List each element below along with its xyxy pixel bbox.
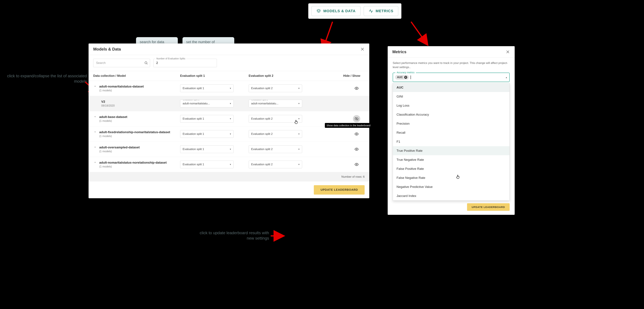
metric-option[interactable]: AUC xyxy=(393,83,510,92)
metric-option[interactable]: Negative Predictive Value xyxy=(393,182,510,191)
chip-label: AUC xyxy=(397,76,403,79)
metrics-update-bar: UPDATE LEADERBOARD xyxy=(388,201,515,215)
select-value: Evaluation split 2 xyxy=(251,117,273,120)
metric-option[interactable]: Recall xyxy=(393,128,510,137)
select-value: Evaluation split 1 xyxy=(183,148,204,151)
metrics-top-button[interactable]: METRICS xyxy=(364,6,398,16)
search-input[interactable] xyxy=(93,59,150,67)
metric-option[interactable]: True Positive Rate xyxy=(393,146,510,155)
svg-point-8 xyxy=(356,134,357,135)
evaluation-split-select[interactable]: Evaluation split 1 ▼ xyxy=(180,145,234,153)
metric-option[interactable]: GINI xyxy=(393,92,510,101)
metrics-update-button[interactable]: UPDATE LEADERBOARD xyxy=(467,203,510,211)
evaluation-split-select[interactable]: Evaluation split 2 ▼ xyxy=(249,130,302,138)
evaluation-split-select[interactable]: Evaluation split 1 ▼ xyxy=(180,130,234,138)
col-name: Data collection / Model xyxy=(93,74,180,78)
evaluation-split-select[interactable]: Evaluation split 1 adult-nomaritalstatu.… xyxy=(180,100,234,107)
expand-toggle-icon[interactable]: ˅ xyxy=(93,161,97,165)
close-icon[interactable] xyxy=(506,50,510,54)
models-data-title: Models & Data xyxy=(93,47,121,52)
evaluation-split-select[interactable]: Evaluation split 2 adult-nomaritalstatu.… xyxy=(249,100,302,107)
expand-toggle-icon[interactable]: ˅ xyxy=(93,146,97,150)
chevron-down-icon: ▼ xyxy=(298,148,300,150)
tooltip-show-collection: Show data collection in the leaderboard xyxy=(325,123,372,128)
models-data-top-label: MODELS & DATA xyxy=(323,9,356,13)
svg-point-10 xyxy=(356,164,357,165)
select-value: Evaluation split 1 xyxy=(183,87,204,90)
model-name: V2 xyxy=(101,100,115,104)
chevron-down-icon: ▼ xyxy=(230,133,232,135)
metric-option[interactable]: False Negative Rate xyxy=(393,173,510,182)
collection-sub: (1 models) xyxy=(99,165,166,168)
collection-sub: (1 models) xyxy=(99,135,170,138)
expand-toggle-icon[interactable]: ˅ xyxy=(93,131,97,135)
table-footer: Number of rows: 6 xyxy=(88,172,369,181)
search-field-wrap xyxy=(93,59,150,67)
col-split1: Evaluation split 1 xyxy=(180,74,249,78)
expand-toggle-icon[interactable]: ˄ xyxy=(93,85,97,89)
metric-option[interactable]: True Negative Rate xyxy=(393,155,510,164)
metric-option[interactable]: Jaccard Index xyxy=(393,191,510,200)
annotation-expand-collapse: click to expand/collapse the list of ass… xyxy=(3,73,87,84)
evaluation-split-select[interactable]: Evaluation split 2 ▼ xyxy=(249,145,302,153)
collection-sub: (1 models) xyxy=(99,150,140,153)
metric-option[interactable]: False Positive Rate xyxy=(393,164,510,173)
chevron-down-icon: ▼ xyxy=(298,133,300,135)
evaluation-split-select[interactable]: Evaluation split 1 ▼ xyxy=(180,115,234,123)
table-row: ˅ adult-oversampled-dataset (1 models) E… xyxy=(88,142,369,157)
chevron-down-icon: ▼ xyxy=(230,163,232,166)
select-value: Evaluation split 2 xyxy=(251,148,273,151)
select-float-label: Evaluation split 1 xyxy=(182,100,200,101)
metrics-dropdown: AUCGINILog LossClassification AccuracyPr… xyxy=(393,83,510,201)
metric-option[interactable]: Classification Accuracy xyxy=(393,110,510,119)
accuracy-metrics-select[interactable]: Accuracy metrics AUC ✕ ▴ xyxy=(393,73,510,82)
evaluation-split-select[interactable]: Evaluation split 2 ▼ xyxy=(249,161,302,168)
chevron-down-icon: ▼ xyxy=(298,118,300,120)
chevron-down-icon: ▼ xyxy=(230,102,232,105)
top-button-bar: MODELS & DATA METRICS xyxy=(308,3,401,19)
select-value: Evaluation split 1 xyxy=(183,163,204,166)
col-hide-show: Hide / Show xyxy=(317,74,364,78)
num-splits-input[interactable] xyxy=(154,59,217,67)
select-value: Evaluation split 2 xyxy=(251,132,273,136)
col-split2: Evaluation split 2 xyxy=(249,74,317,78)
text-cursor xyxy=(410,76,411,79)
table-row: ˅ adult-fixedrelationship-nomaritalstatu… xyxy=(88,127,369,142)
metric-option[interactable]: F1 xyxy=(393,137,510,146)
search-icon xyxy=(144,61,148,65)
metric-option[interactable]: Log Loss xyxy=(393,101,510,110)
close-icon[interactable] xyxy=(360,47,364,51)
evaluation-split-select[interactable]: Evaluation split 2 ▼ xyxy=(249,115,302,123)
models-data-top-button[interactable]: MODELS & DATA xyxy=(311,6,360,16)
metrics-description: Select performance metrics you want to t… xyxy=(388,58,515,72)
visibility-hide-icon[interactable] xyxy=(353,115,360,122)
svg-marker-0 xyxy=(317,9,320,11)
pulse-icon xyxy=(368,9,373,13)
select-value: Evaluation split 1 xyxy=(183,117,204,120)
metric-option[interactable]: Precision xyxy=(393,119,510,128)
metrics-header: Metrics xyxy=(388,46,515,58)
expand-toggle-icon[interactable]: ˅ xyxy=(93,116,97,120)
evaluation-split-select[interactable]: Evaluation split 1 ▼ xyxy=(180,85,234,92)
num-splits-wrap: Number of Evaluation Splits xyxy=(154,59,217,67)
visibility-show-icon[interactable] xyxy=(353,146,360,153)
update-leaderboard-button[interactable]: UPDATE LEADERBOARD xyxy=(314,185,364,195)
visibility-show-icon[interactable] xyxy=(353,85,360,92)
models-data-header: Models & Data xyxy=(88,44,369,55)
visibility-show-icon[interactable] xyxy=(353,130,360,138)
chevron-up-icon: ▴ xyxy=(506,76,507,79)
chevron-down-icon: ▼ xyxy=(298,87,300,90)
evaluation-split-select[interactable]: Evaluation split 1 ▼ xyxy=(180,161,234,168)
models-data-panel: Models & Data Number of Evaluation Split… xyxy=(88,44,369,198)
num-splits-label: Number of Evaluation Splits xyxy=(156,57,186,60)
chip-remove-icon[interactable]: ✕ xyxy=(404,76,407,79)
metrics-panel: Metrics Select performance metrics you w… xyxy=(388,46,515,215)
chevron-down-icon: ▼ xyxy=(298,163,300,166)
svg-point-3 xyxy=(145,62,147,64)
model-date: 08/18/2020 xyxy=(101,104,115,107)
layers-icon xyxy=(316,9,321,13)
row-count: Number of rows: 6 xyxy=(342,175,364,178)
visibility-show-icon[interactable] xyxy=(353,161,360,168)
chevron-down-icon: ▼ xyxy=(298,102,300,105)
evaluation-split-select[interactable]: Evaluation split 2 ▼ xyxy=(249,85,302,92)
